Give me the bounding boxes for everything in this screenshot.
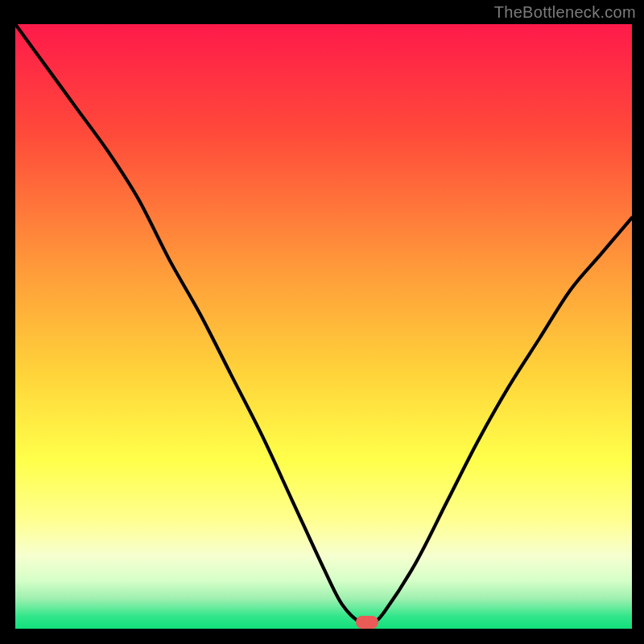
chart-frame: [12, 24, 632, 632]
watermark-text: TheBottleneck.com: [494, 3, 636, 22]
chart-curve: [15, 24, 632, 629]
sweet-spot-marker: [356, 616, 378, 629]
